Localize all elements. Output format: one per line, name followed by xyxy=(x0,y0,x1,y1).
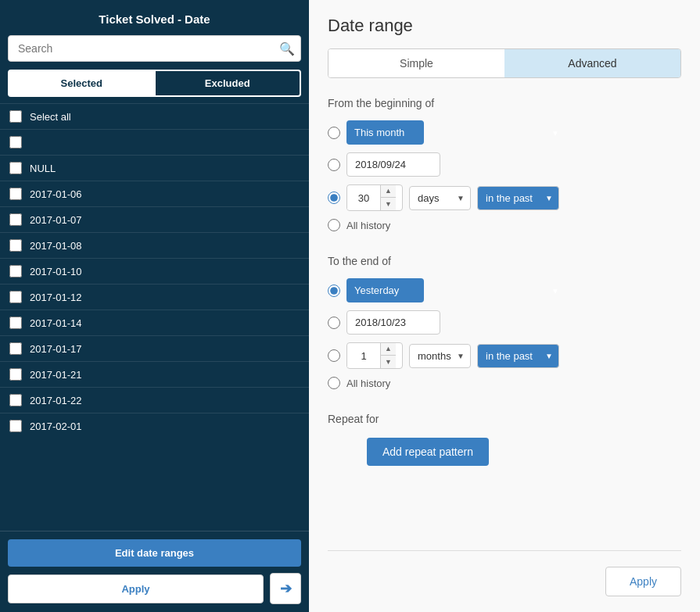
from-dropdown[interactable]: This month xyxy=(346,120,424,145)
to-radio-number[interactable] xyxy=(328,349,340,362)
list-item[interactable]: 2017-02-01 xyxy=(0,413,309,438)
divider2 xyxy=(328,397,681,413)
from-stepper: ▲ ▼ xyxy=(380,185,396,210)
add-repeat-button[interactable]: Add repeat pattern xyxy=(367,438,489,466)
list-item-label: 2017-01-21 xyxy=(30,369,82,381)
arrow-button[interactable]: ➔ xyxy=(270,573,301,604)
list-item[interactable]: 2017-01-07 xyxy=(0,206,309,232)
list-item-label: NULL xyxy=(30,163,56,174)
to-number-row: ▲ ▼ days weeks months in the past in the… xyxy=(328,342,681,369)
list-item-checkbox[interactable] xyxy=(9,265,22,277)
to-radio-dropdown[interactable] xyxy=(328,285,340,297)
to-allhistory-row: All history xyxy=(328,377,681,389)
left-apply-button[interactable]: Apply xyxy=(8,574,264,603)
list-item[interactable]: 2017-01-12 xyxy=(0,284,309,310)
list-item-checkbox[interactable] xyxy=(9,239,22,252)
tab-switcher: Simple Advanced xyxy=(328,48,681,78)
date-range-title: Date range xyxy=(328,16,681,36)
list-item[interactable]: 2017-01-08 xyxy=(0,232,309,258)
list-item-checkbox[interactable] xyxy=(9,162,22,174)
from-date-row xyxy=(328,152,681,177)
to-unit-wrapper: days weeks months xyxy=(409,344,471,368)
from-date-input[interactable] xyxy=(346,152,440,177)
to-past-select[interactable]: in the past in the future xyxy=(477,344,559,368)
right-apply-button[interactable]: Apply xyxy=(605,567,681,596)
right-bottom-bar: Apply xyxy=(328,550,681,596)
to-date-row xyxy=(328,310,681,335)
list-item[interactable]: 2017-01-22 xyxy=(0,387,309,413)
from-number-row: ▲ ▼ days weeks months in the past in the… xyxy=(328,184,681,211)
list-item-checkbox[interactable] xyxy=(9,317,22,329)
to-label: To the end of xyxy=(328,255,681,267)
list-item-label: Select all xyxy=(30,111,71,123)
tab-advanced[interactable]: Advanced xyxy=(504,49,680,77)
list-item-label: 2017-01-17 xyxy=(30,343,82,355)
to-radio-allhistory[interactable] xyxy=(328,377,340,389)
to-radio-date[interactable] xyxy=(328,317,340,329)
to-stepper: ▲ ▼ xyxy=(380,343,396,368)
right-panel: Date range Simple Advanced From the begi… xyxy=(309,0,700,612)
to-dropdown-row: Yesterday Today This month xyxy=(328,278,681,302)
left-panel: Ticket Solved - Date 🔍 Selected Excluded… xyxy=(0,0,309,612)
list-item-checkbox[interactable] xyxy=(9,368,22,381)
to-stepper-up[interactable]: ▲ xyxy=(381,343,396,356)
from-radio-date[interactable] xyxy=(328,159,340,171)
list-item-checkbox[interactable] xyxy=(9,136,22,149)
list-item[interactable]: 2017-01-06 xyxy=(0,181,309,206)
search-input[interactable] xyxy=(8,35,301,62)
to-dropdown[interactable]: Yesterday Today This month xyxy=(346,278,424,302)
list-item-label: 2017-01-08 xyxy=(30,240,82,252)
from-label: From the beginning of xyxy=(328,97,681,109)
from-unit-wrapper: days weeks months xyxy=(409,186,471,210)
from-radio-number[interactable] xyxy=(328,191,340,204)
tab-simple[interactable]: Simple xyxy=(328,49,504,77)
repeat-label: Repeat for xyxy=(328,413,681,425)
to-number-input[interactable] xyxy=(347,345,380,367)
tab-excluded[interactable]: Excluded xyxy=(155,70,302,97)
apply-row: Apply ➔ xyxy=(8,573,301,604)
from-stepper-up[interactable]: ▲ xyxy=(381,185,396,198)
list-item[interactable]: Select all xyxy=(0,103,309,129)
from-radio-allhistory[interactable] xyxy=(328,219,340,231)
from-number-wrap: ▲ ▼ xyxy=(346,184,403,211)
list-item[interactable]: 2017-01-10 xyxy=(0,258,309,284)
to-unit-select[interactable]: days weeks months xyxy=(409,344,471,368)
list-item-checkbox[interactable] xyxy=(9,213,22,226)
list-item[interactable]: NULL xyxy=(0,155,309,181)
bottom-bar: Edit date ranges Apply ➔ xyxy=(0,531,309,612)
search-bar: 🔍 xyxy=(8,35,301,62)
tab-selected[interactable]: Selected xyxy=(8,70,155,97)
from-unit-select[interactable]: days weeks months xyxy=(409,186,471,210)
list-item[interactable]: 2017-01-17 xyxy=(0,335,309,361)
from-past-wrapper: in the past in the future xyxy=(477,186,559,210)
panel-title: Ticket Solved - Date xyxy=(0,0,309,35)
edit-date-ranges-button[interactable]: Edit date ranges xyxy=(8,539,301,567)
list-item-label: 2017-02-01 xyxy=(30,421,82,432)
list-item-label: 2017-01-12 xyxy=(30,292,82,303)
list-item-checkbox[interactable] xyxy=(9,110,22,123)
from-past-select[interactable]: in the past in the future xyxy=(477,186,559,210)
list-item[interactable]: 2017-01-21 xyxy=(0,361,309,387)
list-item-checkbox[interactable] xyxy=(9,291,22,303)
from-number-input[interactable] xyxy=(347,187,380,209)
divider1 xyxy=(328,239,681,255)
list-item-checkbox[interactable] xyxy=(9,420,22,432)
to-stepper-down[interactable]: ▼ xyxy=(381,356,396,368)
tab-row: Selected Excluded xyxy=(8,70,301,97)
list-item-label: 2017-01-22 xyxy=(30,395,82,406)
from-radio-dropdown[interactable] xyxy=(328,127,340,139)
list-item[interactable] xyxy=(0,129,309,155)
to-date-input[interactable] xyxy=(346,310,440,335)
list-item-checkbox[interactable] xyxy=(9,188,22,200)
from-allhistory-label: All history xyxy=(346,220,390,231)
list-item-checkbox[interactable] xyxy=(9,342,22,355)
from-stepper-down[interactable]: ▼ xyxy=(381,198,396,210)
list-area: Select allNULL2017-01-062017-01-072017-0… xyxy=(0,103,309,531)
to-number-wrap: ▲ ▼ xyxy=(346,342,403,369)
list-item-label: 2017-01-07 xyxy=(30,214,82,226)
list-item[interactable]: 2017-01-14 xyxy=(0,310,309,335)
to-dropdown-wrapper: Yesterday Today This month xyxy=(346,278,565,302)
from-dropdown-wrapper: This month xyxy=(346,120,565,145)
list-item-checkbox[interactable] xyxy=(9,394,22,406)
list-item-label: 2017-01-06 xyxy=(30,188,82,200)
